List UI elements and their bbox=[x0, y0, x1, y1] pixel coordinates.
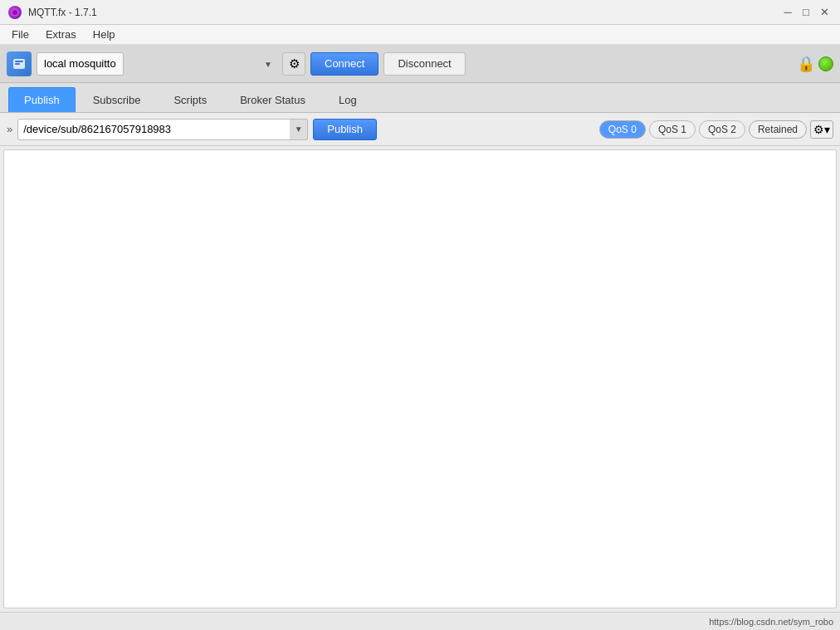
publish-button[interactable]: Publish bbox=[313, 119, 377, 140]
broker-select[interactable]: local mosquitto bbox=[37, 52, 124, 76]
menu-bar: File Extras Help bbox=[0, 25, 840, 45]
footer-link: https://blog.csdn.net/sym_robo bbox=[709, 617, 833, 627]
broker-icon bbox=[7, 51, 32, 76]
publish-settings-icon[interactable]: ⚙▾ bbox=[810, 120, 833, 139]
close-button[interactable]: ✕ bbox=[817, 5, 832, 20]
footer: https://blog.csdn.net/sym_robo bbox=[0, 612, 840, 630]
svg-rect-3 bbox=[15, 61, 23, 62]
tab-subscribe[interactable]: Subscribe bbox=[77, 87, 157, 112]
connection-status-dot bbox=[818, 56, 833, 71]
title-bar: MQTT.fx - 1.7.1 ─ □ ✕ bbox=[0, 0, 840, 25]
broker-select-wrapper: local mosquitto ▼ bbox=[37, 52, 277, 76]
maximize-button[interactable]: □ bbox=[798, 5, 813, 20]
svg-rect-4 bbox=[15, 63, 20, 65]
connect-button[interactable]: Connect bbox=[310, 52, 378, 76]
topic-bar: » ▼ Publish QoS 0 QoS 1 QoS 2 Retained ⚙… bbox=[0, 113, 840, 146]
settings-button[interactable]: ⚙ bbox=[282, 52, 305, 76]
minimize-button[interactable]: ─ bbox=[780, 5, 795, 20]
tab-broker-status[interactable]: Broker Status bbox=[224, 87, 321, 112]
status-icons: 🔒 bbox=[797, 55, 833, 73]
title-bar-text: MQTT.fx - 1.7.1 bbox=[28, 7, 780, 18]
qos1-button[interactable]: QoS 1 bbox=[649, 120, 696, 139]
connection-bar: local mosquitto ▼ ⚙ Connect Disconnect 🔒 bbox=[0, 45, 840, 83]
tab-log[interactable]: Log bbox=[323, 87, 373, 112]
menu-file[interactable]: File bbox=[3, 27, 37, 42]
app-icon bbox=[8, 6, 22, 19]
publish-area: » ▼ Publish QoS 0 QoS 1 QoS 2 Retained ⚙… bbox=[0, 113, 840, 612]
tab-scripts[interactable]: Scripts bbox=[158, 87, 222, 112]
menu-help[interactable]: Help bbox=[85, 27, 124, 42]
tabs-bar: Publish Subscribe Scripts Broker Status … bbox=[0, 83, 840, 113]
retained-button[interactable]: Retained bbox=[749, 120, 807, 139]
svg-point-1 bbox=[12, 10, 17, 15]
title-bar-controls: ─ □ ✕ bbox=[780, 5, 832, 20]
qos2-button[interactable]: QoS 2 bbox=[699, 120, 745, 139]
topic-input[interactable] bbox=[17, 119, 308, 140]
topic-input-wrapper: ▼ bbox=[17, 119, 308, 140]
disconnect-button[interactable]: Disconnect bbox=[383, 52, 465, 76]
tab-publish[interactable]: Publish bbox=[8, 87, 76, 112]
message-area[interactable] bbox=[3, 149, 837, 608]
qos0-button[interactable]: QoS 0 bbox=[599, 120, 646, 139]
broker-select-arrow-icon: ▼ bbox=[264, 59, 272, 68]
expand-icon[interactable]: » bbox=[7, 123, 12, 135]
topic-dropdown-arrow-icon[interactable]: ▼ bbox=[290, 119, 308, 140]
qos-group: QoS 0 QoS 1 QoS 2 Retained ⚙▾ bbox=[599, 120, 833, 139]
menu-extras[interactable]: Extras bbox=[37, 27, 85, 42]
lock-icon: 🔒 bbox=[797, 55, 815, 73]
